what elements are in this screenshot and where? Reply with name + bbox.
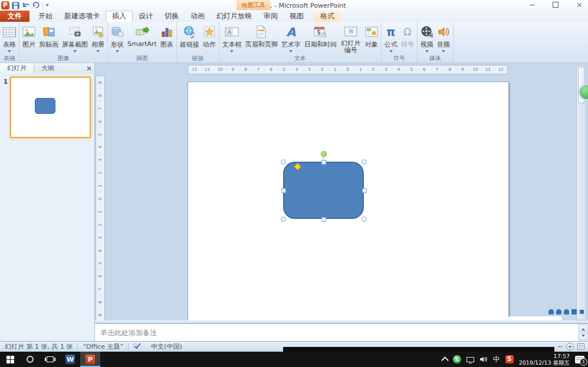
header-footer-button[interactable]: 页眉和页脚	[244, 23, 280, 55]
textbox-button[interactable]: A 文本框	[221, 23, 244, 55]
slide-thumbnail-number: 1	[4, 78, 8, 85]
fit-to-window-button[interactable]	[577, 343, 584, 350]
tab-format[interactable]: 格式	[314, 11, 340, 22]
textbox-icon: A	[225, 24, 239, 40]
language-status[interactable]: 中文(中国)	[146, 342, 187, 351]
scroll-up-button[interactable]	[579, 325, 587, 332]
picture-button[interactable]: 图片	[21, 23, 37, 55]
hyperlink-icon	[183, 24, 196, 40]
group-label-text: 文本	[219, 54, 381, 63]
taskbar-clock[interactable]: 17:57 2019/12/13 星期五	[519, 353, 570, 366]
dropdown-arrow-icon	[289, 50, 293, 54]
powerpoint-taskbar-button[interactable]: P	[80, 352, 100, 367]
resize-handle-e[interactable]	[362, 188, 367, 193]
resize-handle-nw[interactable]	[281, 159, 286, 165]
resize-handle-se[interactable]	[362, 217, 367, 222]
vertical-scrollbar[interactable]	[576, 65, 587, 320]
window-title: 演示文稿1 - Microsoft PowerPoint	[0, 1, 588, 10]
zoom-out-button[interactable]	[558, 346, 563, 347]
tab-file[interactable]: 文件	[0, 11, 29, 22]
video-button[interactable]: 视频	[419, 23, 435, 55]
ime-indicator[interactable]: 中	[493, 355, 500, 365]
table-button[interactable]: 表格	[1, 23, 18, 55]
tab-slideshow[interactable]: 幻灯片放映	[211, 11, 258, 22]
maximize-button[interactable]	[549, 1, 562, 9]
wordart-button[interactable]: A 艺术字	[280, 23, 303, 55]
resize-handle-ne[interactable]	[362, 159, 367, 165]
tab-design[interactable]: 设计	[133, 11, 159, 22]
tab-animations[interactable]: 动画	[185, 11, 211, 22]
rotation-handle[interactable]	[321, 151, 327, 157]
screenshot-icon	[68, 24, 81, 40]
shapes-button[interactable]: 形状	[109, 23, 126, 55]
audio-button[interactable]: 音频	[435, 23, 452, 55]
object-button[interactable]: 对象	[363, 23, 380, 55]
powerpoint-icon: P	[86, 355, 95, 364]
wordart-icon: A	[286, 24, 295, 40]
cortana-button[interactable]	[20, 352, 40, 367]
tab-home[interactable]: 开始	[32, 11, 58, 22]
hidden-icons-chevron-icon[interactable]	[441, 356, 449, 364]
grid-icon[interactable]	[579, 309, 584, 314]
task-view-button[interactable]	[40, 352, 60, 367]
notes-pane[interactable]: 单击此处添加备注	[95, 323, 588, 341]
screenshot-button[interactable]: 屏幕截图	[60, 23, 90, 55]
resize-handle-sw[interactable]	[281, 217, 286, 222]
tab-slides-thumbnails[interactable]: 幻灯片	[0, 63, 34, 74]
resize-handle-n[interactable]	[321, 160, 326, 165]
photo-album-button[interactable]: 相册	[90, 23, 106, 55]
panel-close-button[interactable]	[84, 63, 94, 74]
datetime-button[interactable]: 5 日期和时间	[303, 23, 339, 55]
horizontal-ruler: 1211109876543210123456789101112	[188, 65, 508, 74]
person-icon[interactable]	[548, 309, 554, 314]
sogou-input-icon[interactable]: S	[505, 355, 514, 363]
resize-handle-s[interactable]	[321, 217, 326, 222]
tab-view[interactable]: 视图	[284, 11, 310, 22]
close-button[interactable]	[573, 1, 586, 9]
title-bar: P 演示	[0, 0, 588, 11]
slide-number-button[interactable]: 幻灯片编号	[339, 23, 363, 55]
minimize-button[interactable]	[525, 1, 538, 9]
spellcheck-button[interactable]	[129, 342, 146, 351]
tab-outline[interactable]: 大纲	[34, 63, 61, 74]
start-button[interactable]	[0, 352, 20, 367]
notes-scrollbar[interactable]	[579, 325, 587, 340]
tab-transitions[interactable]: 切换	[159, 11, 185, 22]
equation-icon: π	[386, 24, 395, 40]
word-taskbar-button[interactable]: W	[60, 352, 80, 367]
person-icon[interactable]	[564, 309, 569, 314]
equation-button[interactable]: π 公式	[383, 23, 399, 55]
floating-mini-toolbar[interactable]	[548, 309, 584, 314]
tab-review[interactable]: 审阅	[258, 11, 284, 22]
zoom-in-button[interactable]	[566, 343, 574, 350]
volume-button[interactable]	[479, 354, 488, 365]
clipart-button[interactable]: 剪贴画	[37, 23, 60, 55]
rounded-rectangle-shape[interactable]	[283, 162, 364, 219]
smartart-button[interactable]: SmartArt	[126, 23, 159, 55]
ribbon-tab-row: 文件 开始 新建选项卡 插入 设计 切换 动画 幻灯片放映 审阅 视图 格式	[0, 11, 588, 22]
shirt-icon[interactable]	[571, 309, 577, 314]
group-label-media: 媒体	[418, 54, 453, 63]
symbol-icon: Ω	[403, 24, 411, 40]
symbol-button: Ω 符号	[399, 23, 416, 55]
action-center-button[interactable]: 1	[575, 356, 584, 363]
display-network-icon[interactable]	[467, 357, 474, 362]
table-icon	[3, 24, 16, 40]
notes-placeholder[interactable]: 单击此处添加备注	[95, 324, 588, 338]
action-button[interactable]: 动作	[201, 23, 218, 55]
tab-insert[interactable]: 插入	[106, 11, 133, 22]
photo-album-icon	[91, 24, 104, 40]
tray-green-icon[interactable]: ⇅	[453, 355, 461, 363]
maximize-icon	[553, 2, 559, 8]
clipart-icon	[42, 24, 55, 40]
resize-handle-w[interactable]	[281, 188, 286, 193]
person-icon[interactable]	[556, 309, 561, 314]
tab-custom[interactable]: 新建选项卡	[58, 11, 106, 22]
ribbon-group-text: A 文本框 页眉和页脚 A 艺术字	[219, 22, 382, 63]
chart-button[interactable]: 图表	[159, 23, 175, 55]
slide-thumbnail[interactable]	[10, 77, 91, 138]
hyperlink-button[interactable]: 超链接	[178, 23, 201, 55]
dropdown-arrow-icon	[230, 50, 234, 54]
scroll-down-button[interactable]	[579, 333, 587, 340]
header-footer-icon	[256, 24, 267, 40]
